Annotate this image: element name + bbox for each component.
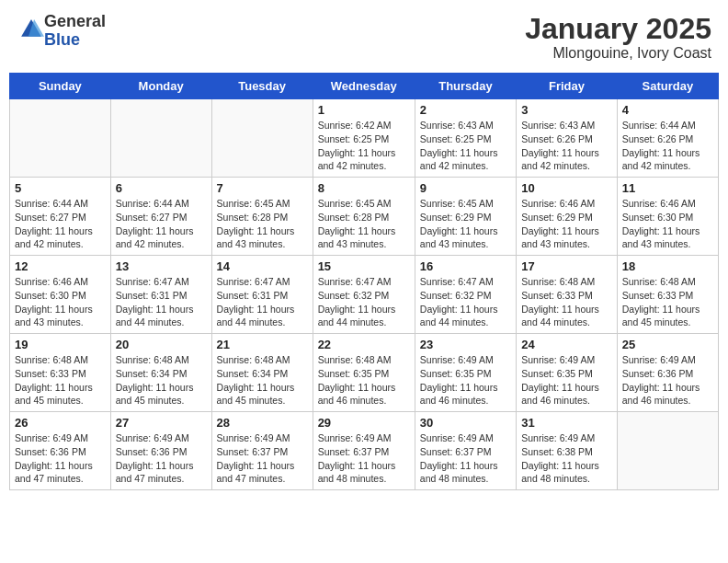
weekday-header: Saturday: [617, 74, 718, 99]
calendar-cell: 14Sunrise: 6:47 AMSunset: 6:31 PMDayligh…: [211, 256, 313, 334]
calendar-cell: 16Sunrise: 6:47 AMSunset: 6:32 PMDayligh…: [415, 256, 516, 334]
page-header: General Blue January 2025 Mlongouine, Iv…: [9, 9, 719, 65]
day-number: 30: [420, 416, 511, 430]
calendar-cell: 18Sunrise: 6:48 AMSunset: 6:33 PMDayligh…: [617, 256, 718, 334]
day-info: Sunrise: 6:48 AMSunset: 6:33 PMDaylight:…: [15, 353, 106, 408]
day-info: Sunrise: 6:46 AMSunset: 6:30 PMDaylight:…: [15, 275, 106, 329]
page-subtitle: Mlongouine, Ivory Coast: [525, 45, 711, 62]
day-number: 27: [116, 416, 207, 430]
day-number: 18: [622, 259, 713, 273]
calendar-week-row: 26Sunrise: 6:49 AMSunset: 6:36 PMDayligh…: [10, 412, 719, 490]
weekday-header: Wednesday: [313, 74, 415, 99]
calendar-cell: 25Sunrise: 6:49 AMSunset: 6:36 PMDayligh…: [617, 334, 718, 412]
page-title: January 2025: [525, 13, 711, 45]
logo-icon: [18, 17, 44, 42]
day-number: 11: [622, 181, 713, 195]
day-info: Sunrise: 6:45 AMSunset: 6:28 PMDaylight:…: [318, 197, 410, 251]
calendar-week-row: 1Sunrise: 6:42 AMSunset: 6:25 PMDaylight…: [10, 99, 719, 178]
day-info: Sunrise: 6:49 AMSunset: 6:38 PMDaylight:…: [521, 431, 612, 486]
calendar-cell: 21Sunrise: 6:48 AMSunset: 6:34 PMDayligh…: [211, 334, 313, 412]
day-info: Sunrise: 6:47 AMSunset: 6:31 PMDaylight:…: [116, 275, 207, 329]
calendar-cell: 19Sunrise: 6:48 AMSunset: 6:33 PMDayligh…: [10, 334, 111, 412]
day-info: Sunrise: 6:48 AMSunset: 6:35 PMDaylight:…: [318, 353, 410, 408]
day-number: 24: [521, 338, 612, 351]
day-info: Sunrise: 6:44 AMSunset: 6:27 PMDaylight:…: [15, 197, 106, 251]
weekday-header: Friday: [517, 74, 618, 99]
calendar-week-row: 12Sunrise: 6:46 AMSunset: 6:30 PMDayligh…: [10, 256, 719, 334]
day-info: Sunrise: 6:43 AMSunset: 6:26 PMDaylight:…: [521, 119, 612, 173]
day-number: 23: [420, 338, 511, 351]
day-info: Sunrise: 6:49 AMSunset: 6:37 PMDaylight:…: [420, 431, 511, 486]
days-of-week-row: SundayMondayTuesdayWednesdayThursdayFrid…: [10, 74, 719, 99]
day-info: Sunrise: 6:42 AMSunset: 6:25 PMDaylight:…: [318, 119, 410, 173]
day-info: Sunrise: 6:49 AMSunset: 6:37 PMDaylight:…: [217, 431, 308, 486]
day-number: 22: [318, 338, 410, 351]
day-info: Sunrise: 6:49 AMSunset: 6:36 PMDaylight:…: [116, 431, 207, 486]
day-info: Sunrise: 6:47 AMSunset: 6:32 PMDaylight:…: [420, 275, 511, 329]
calendar-cell: 3Sunrise: 6:43 AMSunset: 6:26 PMDaylight…: [517, 99, 618, 178]
calendar-cell: 17Sunrise: 6:48 AMSunset: 6:33 PMDayligh…: [517, 256, 618, 334]
day-number: 10: [521, 181, 612, 195]
calendar-week-row: 19Sunrise: 6:48 AMSunset: 6:33 PMDayligh…: [10, 334, 719, 412]
calendar-cell: 9Sunrise: 6:45 AMSunset: 6:29 PMDaylight…: [415, 178, 516, 256]
calendar-cell: 12Sunrise: 6:46 AMSunset: 6:30 PMDayligh…: [10, 256, 111, 334]
day-number: 25: [622, 338, 713, 351]
calendar-cell: [10, 99, 111, 178]
calendar-cell: 5Sunrise: 6:44 AMSunset: 6:27 PMDaylight…: [10, 178, 111, 256]
logo-text: General Blue: [44, 13, 106, 50]
day-info: Sunrise: 6:46 AMSunset: 6:29 PMDaylight:…: [521, 197, 612, 251]
day-number: 28: [217, 416, 308, 430]
logo: General Blue: [17, 13, 106, 50]
day-info: Sunrise: 6:45 AMSunset: 6:28 PMDaylight:…: [217, 197, 308, 251]
calendar-cell: 29Sunrise: 6:49 AMSunset: 6:37 PMDayligh…: [313, 412, 415, 490]
calendar-cell: 13Sunrise: 6:47 AMSunset: 6:31 PMDayligh…: [110, 256, 211, 334]
day-number: 13: [116, 259, 207, 273]
day-number: 9: [420, 181, 511, 195]
day-number: 14: [217, 259, 308, 273]
day-info: Sunrise: 6:49 AMSunset: 6:36 PMDaylight:…: [15, 431, 106, 486]
day-number: 15: [318, 259, 410, 273]
day-number: 4: [622, 103, 713, 117]
day-info: Sunrise: 6:49 AMSunset: 6:36 PMDaylight:…: [622, 353, 713, 408]
calendar-cell: 31Sunrise: 6:49 AMSunset: 6:38 PMDayligh…: [517, 412, 618, 490]
calendar-cell: 15Sunrise: 6:47 AMSunset: 6:32 PMDayligh…: [313, 256, 415, 334]
day-number: 7: [217, 181, 308, 195]
calendar-cell: 6Sunrise: 6:44 AMSunset: 6:27 PMDaylight…: [110, 178, 211, 256]
day-number: 26: [15, 416, 106, 430]
day-info: Sunrise: 6:49 AMSunset: 6:35 PMDaylight:…: [521, 353, 612, 408]
calendar-cell: [211, 99, 313, 178]
calendar-cell: 10Sunrise: 6:46 AMSunset: 6:29 PMDayligh…: [517, 178, 618, 256]
calendar-cell: 11Sunrise: 6:46 AMSunset: 6:30 PMDayligh…: [617, 178, 718, 256]
calendar-body: 1Sunrise: 6:42 AMSunset: 6:25 PMDaylight…: [10, 99, 719, 490]
day-info: Sunrise: 6:48 AMSunset: 6:33 PMDaylight:…: [521, 275, 612, 329]
title-block: January 2025 Mlongouine, Ivory Coast: [525, 13, 711, 62]
day-number: 3: [521, 103, 612, 117]
weekday-header: Tuesday: [211, 74, 313, 99]
calendar-cell: 30Sunrise: 6:49 AMSunset: 6:37 PMDayligh…: [415, 412, 516, 490]
day-info: Sunrise: 6:48 AMSunset: 6:34 PMDaylight:…: [116, 353, 207, 408]
day-number: 5: [15, 181, 106, 195]
calendar-cell: 26Sunrise: 6:49 AMSunset: 6:36 PMDayligh…: [10, 412, 111, 490]
calendar-cell: 2Sunrise: 6:43 AMSunset: 6:25 PMDaylight…: [415, 99, 516, 178]
day-number: 1: [318, 103, 410, 117]
day-info: Sunrise: 6:48 AMSunset: 6:34 PMDaylight:…: [217, 353, 308, 408]
day-number: 16: [420, 259, 511, 273]
day-info: Sunrise: 6:49 AMSunset: 6:35 PMDaylight:…: [420, 353, 511, 408]
day-number: 31: [521, 416, 612, 430]
calendar-table: SundayMondayTuesdayWednesdayThursdayFrid…: [9, 73, 719, 490]
calendar-cell: 8Sunrise: 6:45 AMSunset: 6:28 PMDaylight…: [313, 178, 415, 256]
weekday-header: Monday: [110, 74, 211, 99]
calendar-header: SundayMondayTuesdayWednesdayThursdayFrid…: [10, 74, 719, 99]
weekday-header: Sunday: [10, 74, 111, 99]
day-number: 2: [420, 103, 511, 117]
weekday-header: Thursday: [415, 74, 516, 99]
calendar-cell: [617, 412, 718, 490]
day-info: Sunrise: 6:48 AMSunset: 6:33 PMDaylight:…: [622, 275, 713, 329]
calendar-cell: 7Sunrise: 6:45 AMSunset: 6:28 PMDaylight…: [211, 178, 313, 256]
day-number: 21: [217, 338, 308, 351]
day-number: 8: [318, 181, 410, 195]
calendar-cell: 22Sunrise: 6:48 AMSunset: 6:35 PMDayligh…: [313, 334, 415, 412]
day-number: 19: [15, 338, 106, 351]
calendar-cell: 28Sunrise: 6:49 AMSunset: 6:37 PMDayligh…: [211, 412, 313, 490]
calendar-cell: 23Sunrise: 6:49 AMSunset: 6:35 PMDayligh…: [415, 334, 516, 412]
